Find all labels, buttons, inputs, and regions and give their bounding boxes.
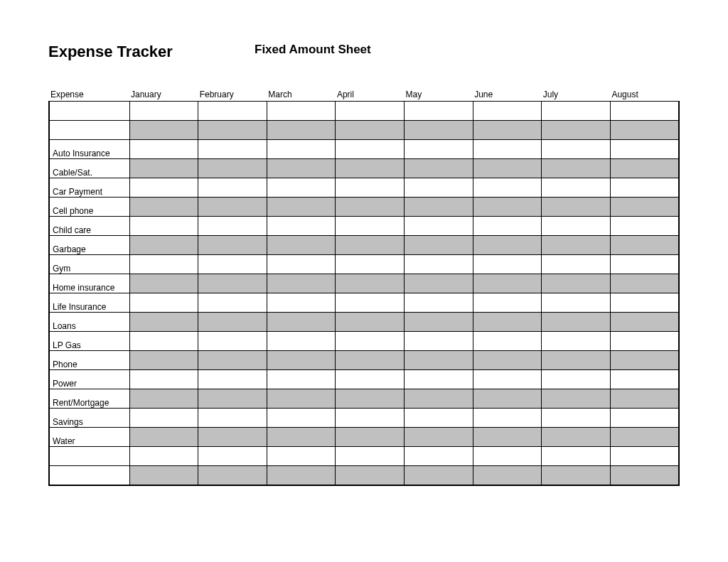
amount-cell[interactable] bbox=[542, 217, 611, 236]
amount-cell[interactable] bbox=[336, 236, 405, 255]
amount-cell[interactable] bbox=[198, 389, 267, 409]
amount-cell[interactable] bbox=[542, 313, 611, 332]
amount-cell[interactable] bbox=[198, 313, 267, 332]
amount-cell[interactable] bbox=[610, 159, 679, 178]
amount-cell[interactable] bbox=[129, 255, 198, 274]
amount-cell[interactable] bbox=[542, 389, 611, 409]
amount-cell[interactable] bbox=[542, 370, 611, 389]
amount-cell[interactable] bbox=[473, 447, 542, 466]
amount-cell[interactable] bbox=[542, 447, 611, 466]
amount-cell[interactable] bbox=[610, 293, 679, 313]
amount-cell[interactable] bbox=[129, 351, 198, 370]
amount-cell[interactable] bbox=[336, 293, 405, 313]
amount-cell[interactable] bbox=[129, 217, 198, 236]
amount-cell[interactable] bbox=[473, 351, 542, 370]
amount-cell[interactable] bbox=[405, 178, 473, 198]
amount-cell[interactable] bbox=[129, 313, 198, 332]
amount-cell[interactable] bbox=[473, 217, 542, 236]
amount-cell[interactable] bbox=[336, 447, 405, 466]
amount-cell[interactable] bbox=[473, 428, 542, 447]
amount-cell[interactable] bbox=[542, 140, 611, 159]
amount-cell[interactable] bbox=[610, 332, 679, 351]
amount-cell[interactable] bbox=[336, 409, 405, 428]
amount-cell[interactable] bbox=[473, 293, 542, 313]
amount-cell[interactable] bbox=[198, 332, 267, 351]
amount-cell[interactable] bbox=[542, 409, 611, 428]
amount-cell[interactable] bbox=[473, 389, 542, 409]
amount-cell[interactable] bbox=[267, 428, 336, 447]
amount-cell[interactable] bbox=[405, 159, 473, 178]
amount-cell[interactable] bbox=[473, 102, 542, 121]
amount-cell[interactable] bbox=[542, 102, 611, 121]
amount-cell[interactable] bbox=[267, 140, 336, 159]
amount-cell[interactable] bbox=[473, 313, 542, 332]
amount-cell[interactable] bbox=[336, 217, 405, 236]
amount-cell[interactable] bbox=[267, 255, 336, 274]
amount-cell[interactable] bbox=[405, 447, 473, 466]
amount-cell[interactable] bbox=[267, 389, 336, 409]
amount-cell[interactable] bbox=[198, 121, 267, 140]
amount-cell[interactable] bbox=[198, 236, 267, 255]
amount-cell[interactable] bbox=[473, 121, 542, 140]
amount-cell[interactable] bbox=[473, 274, 542, 293]
amount-cell[interactable] bbox=[198, 447, 267, 466]
amount-cell[interactable] bbox=[610, 178, 679, 198]
amount-cell[interactable] bbox=[198, 102, 267, 121]
amount-cell[interactable] bbox=[473, 370, 542, 389]
amount-cell[interactable] bbox=[542, 198, 611, 217]
amount-cell[interactable] bbox=[267, 370, 336, 389]
amount-cell[interactable] bbox=[610, 102, 679, 121]
amount-cell[interactable] bbox=[473, 466, 542, 485]
amount-cell[interactable] bbox=[267, 351, 336, 370]
amount-cell[interactable] bbox=[267, 178, 336, 198]
amount-cell[interactable] bbox=[405, 313, 473, 332]
amount-cell[interactable] bbox=[267, 159, 336, 178]
amount-cell[interactable] bbox=[129, 428, 198, 447]
amount-cell[interactable] bbox=[129, 447, 198, 466]
amount-cell[interactable] bbox=[405, 236, 473, 255]
amount-cell[interactable] bbox=[129, 293, 198, 313]
amount-cell[interactable] bbox=[542, 466, 611, 485]
amount-cell[interactable] bbox=[129, 121, 198, 140]
amount-cell[interactable] bbox=[129, 178, 198, 198]
amount-cell[interactable] bbox=[336, 159, 405, 178]
amount-cell[interactable] bbox=[610, 466, 679, 485]
amount-cell[interactable] bbox=[336, 332, 405, 351]
amount-cell[interactable] bbox=[336, 198, 405, 217]
amount-cell[interactable] bbox=[129, 370, 198, 389]
amount-cell[interactable] bbox=[129, 409, 198, 428]
amount-cell[interactable] bbox=[610, 140, 679, 159]
amount-cell[interactable] bbox=[405, 140, 473, 159]
amount-cell[interactable] bbox=[198, 370, 267, 389]
amount-cell[interactable] bbox=[198, 255, 267, 274]
amount-cell[interactable] bbox=[336, 121, 405, 140]
amount-cell[interactable] bbox=[129, 140, 198, 159]
amount-cell[interactable] bbox=[267, 447, 336, 466]
amount-cell[interactable] bbox=[129, 274, 198, 293]
amount-cell[interactable] bbox=[542, 293, 611, 313]
amount-cell[interactable] bbox=[129, 102, 198, 121]
amount-cell[interactable] bbox=[473, 236, 542, 255]
amount-cell[interactable] bbox=[267, 332, 336, 351]
amount-cell[interactable] bbox=[129, 332, 198, 351]
amount-cell[interactable] bbox=[610, 255, 679, 274]
amount-cell[interactable] bbox=[336, 370, 405, 389]
amount-cell[interactable] bbox=[405, 466, 473, 485]
amount-cell[interactable] bbox=[198, 293, 267, 313]
amount-cell[interactable] bbox=[336, 313, 405, 332]
amount-cell[interactable] bbox=[267, 313, 336, 332]
amount-cell[interactable] bbox=[610, 370, 679, 389]
amount-cell[interactable] bbox=[542, 178, 611, 198]
amount-cell[interactable] bbox=[542, 332, 611, 351]
amount-cell[interactable] bbox=[610, 198, 679, 217]
amount-cell[interactable] bbox=[336, 255, 405, 274]
amount-cell[interactable] bbox=[336, 389, 405, 409]
amount-cell[interactable] bbox=[405, 389, 473, 409]
amount-cell[interactable] bbox=[405, 351, 473, 370]
amount-cell[interactable] bbox=[267, 102, 336, 121]
amount-cell[interactable] bbox=[129, 389, 198, 409]
amount-cell[interactable] bbox=[473, 159, 542, 178]
amount-cell[interactable] bbox=[610, 274, 679, 293]
amount-cell[interactable] bbox=[267, 293, 336, 313]
amount-cell[interactable] bbox=[610, 121, 679, 140]
